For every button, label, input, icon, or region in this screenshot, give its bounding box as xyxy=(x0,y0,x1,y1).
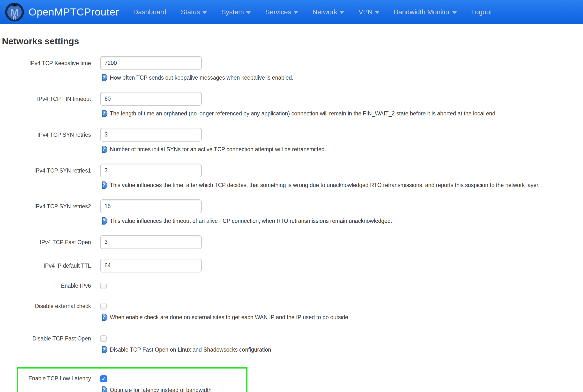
nav-item-status[interactable]: Status xyxy=(173,0,214,24)
nav-item-label: Dashboard xyxy=(133,8,166,16)
field-label-enable-ipv6: Enable IPv6 xyxy=(2,282,100,290)
help-icon: ? xyxy=(100,74,107,81)
chevron-down-icon xyxy=(246,11,251,14)
nav-item-label: VPN xyxy=(359,8,373,16)
field-label-ipv4-ip-default-ttl: IPv4 IP default TTL xyxy=(2,259,100,269)
question-mark-glyph: ? xyxy=(102,111,105,116)
field-label-ipv4-tcp-syn-retries1: IPv4 TCP SYN retries1 xyxy=(2,164,100,174)
form-row-enable-tcp-low-latency: Enable TCP Low Latency✓?Optimize for lat… xyxy=(18,375,246,392)
help-text: This value influences the time, after wh… xyxy=(110,180,540,190)
nav-item-label: Services xyxy=(265,8,291,16)
nav-item-label: System xyxy=(221,8,244,16)
question-mark-glyph: ? xyxy=(102,75,105,80)
field-ipv4-tcp-syn-retries1: ?This value influences the time, after w… xyxy=(100,164,583,190)
question-mark-glyph: ? xyxy=(102,347,105,352)
field-help-disable-external-check: ?When enable check are done on external … xyxy=(100,313,583,322)
help-text: Number of times initial SYNs for an acti… xyxy=(110,145,326,154)
field-ipv4-tcp-fast-open xyxy=(100,235,583,249)
ipv4-tcp-fin-timeout-input[interactable] xyxy=(100,92,202,106)
field-enable-tcp-low-latency: ✓?Optimize for latency instead of bandwi… xyxy=(100,375,246,392)
help-icon: ? xyxy=(100,110,107,117)
form-row-ipv4-ip-default-ttl: IPv4 IP default TTL xyxy=(2,259,583,272)
field-ipv4-tcp-keepalive-time: ?How often TCP sends out keepalive messa… xyxy=(100,56,583,82)
field-label-ipv4-tcp-keepalive-time: IPv4 TCP Keepalive time xyxy=(2,56,100,67)
brand-title: OpenMPTCProuter xyxy=(28,6,119,18)
nav-item-system[interactable]: System xyxy=(214,0,258,24)
field-help-ipv4-tcp-syn-retries: ?Number of times initial SYNs for an act… xyxy=(100,145,583,154)
chevron-down-icon xyxy=(340,11,344,14)
nav-item-logout[interactable]: Logout xyxy=(464,0,499,24)
chevron-down-icon xyxy=(452,11,457,14)
nav-item-label: Network xyxy=(313,8,337,16)
help-icon: ? xyxy=(100,346,107,353)
ipv4-tcp-keepalive-time-input[interactable] xyxy=(100,56,202,70)
field-disable-tcp-fast-open: ?Disable TCP Fast Open on Linux and Shad… xyxy=(100,335,583,354)
field-disable-external-check: ?When enable check are done on external … xyxy=(100,302,583,322)
field-help-ipv4-tcp-fin-timeout: ?The length of time an orphaned (no long… xyxy=(100,109,583,118)
help-text: When enable check are done on external s… xyxy=(110,313,350,322)
field-ipv4-ip-default-ttl xyxy=(100,259,583,272)
page-title: Networks settings xyxy=(2,36,583,46)
ipv4-tcp-fast-open-input[interactable] xyxy=(100,235,202,249)
ipv4-tcp-syn-retries1-input[interactable] xyxy=(100,164,202,177)
help-text: This value influences the timeout of an … xyxy=(110,216,392,226)
help-icon: ? xyxy=(100,146,107,153)
chevron-down-icon xyxy=(375,11,379,14)
form-row-ipv4-tcp-keepalive-time: IPv4 TCP Keepalive time?How often TCP se… xyxy=(2,56,583,82)
field-label-disable-tcp-fast-open: Disable TCP Fast Open xyxy=(2,335,100,342)
enable-ipv6-checkbox[interactable] xyxy=(100,283,107,289)
form-row-ipv4-tcp-syn-retries1: IPv4 TCP SYN retries1?This value influen… xyxy=(2,164,583,190)
field-help-enable-tcp-low-latency: ?Optimize for latency instead of bandwid… xyxy=(100,386,246,392)
nav-item-label: Bandwidth Monitor xyxy=(394,8,450,16)
help-icon: ? xyxy=(100,182,107,189)
field-label-ipv4-tcp-syn-retries2: IPv4 TCP SYN retries2 xyxy=(2,200,100,210)
form-row-ipv4-tcp-syn-retries2: IPv4 TCP SYN retries2?This value influen… xyxy=(2,200,583,226)
question-mark-glyph: ? xyxy=(102,218,105,224)
nav-item-vpn[interactable]: VPN xyxy=(351,0,387,24)
navbar-menu: DashboardStatusSystemServicesNetworkVPNB… xyxy=(126,0,499,24)
field-label-disable-external-check: Disable external check xyxy=(2,302,100,310)
ipv4-tcp-syn-retries-input[interactable] xyxy=(100,128,202,142)
help-text: The length of time an orphaned (no longe… xyxy=(110,109,497,118)
ipv4-ip-default-ttl-input[interactable] xyxy=(100,259,202,272)
nav-item-services[interactable]: Services xyxy=(258,0,305,24)
nav-item-bandwidth-monitor[interactable]: Bandwidth Monitor xyxy=(387,0,464,24)
enable-tcp-low-latency-checkbox[interactable]: ✓ xyxy=(100,375,107,382)
help-icon: ? xyxy=(100,314,107,321)
form-row-enable-ipv6: Enable IPv6 xyxy=(2,282,583,290)
brand[interactable]: M R OpenMPTCProuter xyxy=(5,2,119,22)
disable-tcp-fast-open-checkbox[interactable] xyxy=(100,336,107,342)
ipv4-tcp-syn-retries2-input[interactable] xyxy=(100,200,202,213)
field-ipv4-tcp-syn-retries: ?Number of times initial SYNs for an act… xyxy=(100,128,583,154)
question-mark-glyph: ? xyxy=(102,388,105,392)
form-row-disable-external-check: Disable external check?When enable check… xyxy=(2,302,583,322)
openmptcprouter-logo-icon: M R xyxy=(5,2,24,22)
field-help-ipv4-tcp-syn-retries2: ?This value influences the timeout of an… xyxy=(100,216,583,226)
question-mark-glyph: ? xyxy=(102,182,105,188)
field-help-disable-tcp-fast-open: ?Disable TCP Fast Open on Linux and Shad… xyxy=(100,345,583,354)
main-content: Networks settings IPv4 TCP Keepalive tim… xyxy=(0,24,583,392)
help-icon: ? xyxy=(100,386,107,392)
field-label-ipv4-tcp-fast-open: IPv4 TCP Fast Open xyxy=(2,235,100,246)
field-ipv4-tcp-fin-timeout: ?The length of time an orphaned (no long… xyxy=(100,92,583,118)
help-icon: ? xyxy=(100,217,107,224)
field-label-ipv4-tcp-syn-retries: IPv4 TCP SYN retries xyxy=(2,128,100,138)
help-text: How often TCP sends out keepalive messag… xyxy=(110,73,293,82)
top-navbar: M R OpenMPTCProuter DashboardStatusSyste… xyxy=(0,0,583,24)
settings-form: IPv4 TCP Keepalive time?How often TCP se… xyxy=(2,56,583,392)
field-label-ipv4-tcp-fin-timeout: IPv4 TCP FIN timeout xyxy=(2,92,100,102)
field-enable-ipv6 xyxy=(100,282,583,289)
chevron-down-icon xyxy=(202,11,207,14)
nav-item-label: Status xyxy=(181,8,200,16)
chevron-down-icon xyxy=(294,11,298,14)
checkmark-icon: ✓ xyxy=(102,376,106,381)
help-text: Optimize for latency instead of bandwidt… xyxy=(110,386,212,392)
help-text: Disable TCP Fast Open on Linux and Shado… xyxy=(110,345,271,354)
disable-external-check-checkbox[interactable] xyxy=(100,303,107,310)
nav-item-dashboard[interactable]: Dashboard xyxy=(126,0,173,24)
form-row-ipv4-tcp-fast-open: IPv4 TCP Fast Open xyxy=(2,235,583,249)
form-row-ipv4-tcp-syn-retries: IPv4 TCP SYN retries?Number of times ini… xyxy=(2,128,583,154)
nav-item-network[interactable]: Network xyxy=(305,0,352,24)
field-help-ipv4-tcp-syn-retries1: ?This value influences the time, after w… xyxy=(100,180,583,190)
field-help-ipv4-tcp-keepalive-time: ?How often TCP sends out keepalive messa… xyxy=(100,73,583,82)
